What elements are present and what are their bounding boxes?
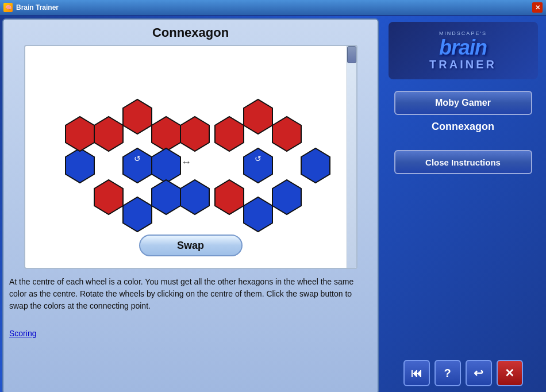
back-icon: ⏮ (411, 367, 422, 380)
window-title: Brain Trainer (16, 3, 59, 11)
svg-marker-10 (66, 117, 94, 151)
trainer-logo: TRAINER (429, 58, 497, 71)
brain-logo: brain (439, 37, 487, 58)
logo-area: MINDSCAPE'S brain TRAINER (389, 22, 538, 79)
svg-marker-6 (152, 180, 180, 214)
bottom-icons: ⏮ ? ↩ ✕ (403, 360, 523, 386)
right-panel: MINDSCAPE'S brain TRAINER Moby Gamer Con… (381, 16, 545, 392)
title-bar-left: 🧠 Brain Trainer (3, 3, 59, 12)
svg-marker-15 (244, 99, 272, 134)
scoring-link[interactable]: Scoring (9, 328, 36, 340)
window-close-button[interactable]: ✕ (532, 2, 543, 13)
user-button[interactable]: Moby Gamer (394, 91, 532, 115)
svg-marker-9 (66, 148, 94, 183)
main-container: Connexagon ↺ (0, 16, 546, 392)
svg-marker-16 (272, 117, 301, 151)
undo-icon: ↩ (474, 366, 483, 380)
svg-marker-5 (152, 148, 180, 183)
help-icon-button[interactable]: ? (435, 360, 461, 386)
svg-marker-2 (94, 117, 123, 151)
question-icon: ? (444, 367, 451, 380)
svg-marker-14 (215, 117, 244, 151)
svg-marker-18 (272, 180, 301, 214)
undo-icon-button[interactable]: ↩ (466, 360, 492, 386)
svg-text:↔: ↔ (181, 156, 191, 168)
svg-marker-0 (123, 148, 152, 183)
title-bar: 🧠 Brain Trainer ✕ (0, 0, 546, 16)
app-icon: 🧠 (3, 3, 13, 12)
swap-button-container: Swap (139, 235, 243, 256)
svg-marker-12 (244, 148, 272, 183)
swap-button[interactable]: Swap (139, 235, 243, 256)
svg-marker-7 (123, 197, 152, 232)
instructions-body: At the centre of each wheel is a color. … (9, 277, 353, 310)
scrollbar-thumb[interactable] (347, 46, 356, 63)
instructions-text: At the centre of each wheel is a color. … (9, 276, 372, 387)
svg-marker-20 (215, 180, 244, 214)
svg-text:↺: ↺ (255, 154, 262, 163)
close-icon: ✕ (505, 366, 514, 380)
svg-marker-21 (180, 117, 209, 151)
game-area[interactable]: ↺ (24, 45, 357, 269)
svg-marker-8 (94, 180, 123, 214)
svg-marker-4 (152, 117, 180, 151)
mindscape-label: MINDSCAPE'S (439, 30, 487, 36)
svg-marker-3 (123, 99, 152, 134)
sidebar-game-name: Connexagon (432, 121, 494, 133)
svg-marker-22 (180, 180, 209, 214)
left-panel-inner: Connexagon ↺ (3, 20, 378, 392)
close-instructions-button[interactable]: Close Instructions (394, 150, 532, 174)
game-title: Connexagon (9, 25, 372, 40)
left-panel: Connexagon ↺ (2, 18, 379, 392)
svg-marker-19 (244, 197, 272, 232)
svg-text:↺: ↺ (134, 154, 141, 163)
close-icon-button[interactable]: ✕ (497, 360, 523, 386)
back-icon-button[interactable]: ⏮ (403, 360, 430, 386)
svg-marker-17 (301, 148, 330, 183)
